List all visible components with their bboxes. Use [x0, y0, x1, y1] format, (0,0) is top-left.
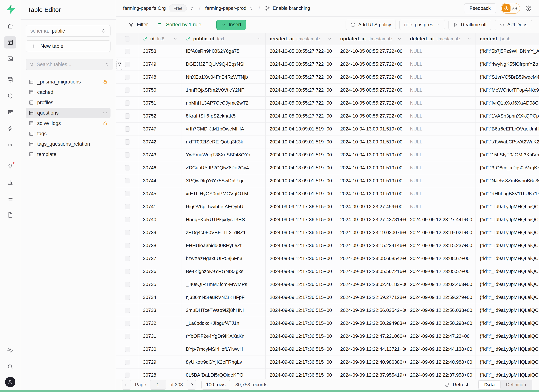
rail-item-api-docs[interactable]	[4, 209, 16, 221]
cell-content[interactable]: {"id":"5b7j5Pz9WHBNmY_A	[476, 45, 539, 57]
row-checkbox[interactable]	[125, 126, 130, 132]
insert-button[interactable]: Insert	[216, 20, 246, 30]
cell-content[interactable]: {"id":"_Id9aLyJpMHQLaiQC	[476, 343, 539, 356]
table-row[interactable]: 30741 RiqOV6p_5wihLeIAEQyhU 2024-09-09 1…	[116, 200, 539, 213]
cell-deleted-at[interactable]: 2024-09-09 12:22:50.298+00	[406, 317, 476, 330]
cell-created-at[interactable]: 2024-10-04 13:09:01.519+00	[266, 174, 336, 187]
cell-public-id[interactable]: 8KraI-tSI-6-pSZcknaK5	[182, 110, 266, 122]
cell-deleted-at[interactable]: 2024-09-09 12:22:37.958+00	[406, 369, 476, 379]
api-docs-button[interactable]: API Docs	[495, 20, 532, 30]
rail-item-realtime[interactable]	[4, 139, 16, 151]
table-row[interactable]: 30750 1hnRQjxSRm2V0VticY2NF 2024-10-05 0…	[116, 84, 539, 97]
cell-content[interactable]: {"id":"NJe5s8ZmBwnoB6e3s	[476, 174, 539, 187]
table-row[interactable]: 30736 Be4KignzoK9YRGNI3Zgks 2024-09-09 1…	[116, 265, 539, 278]
cell-deleted-at[interactable]: 2024-09-09 12:23:15.237+00	[406, 239, 476, 252]
cell-updated-at[interactable]: 2024-09-09 12:22:44.13721+00	[336, 343, 406, 356]
notifications-button[interactable]	[501, 3, 520, 14]
cell-created-at[interactable]: 2024-09-09 12:17:36.515+00	[266, 343, 336, 356]
cell-updated-at[interactable]: 2024-09-09 12:23:08.668542+00	[336, 252, 406, 265]
cell-public-id[interactable]: 1hnRQjxSRm2V0VticY2NF	[182, 84, 266, 96]
row-checkbox[interactable]	[125, 87, 130, 93]
sidebar-table-item[interactable]: cached	[26, 87, 111, 97]
cell-deleted-at[interactable]: NULL	[406, 71, 476, 83]
column-header[interactable]: deleted_at timestamptz	[406, 33, 476, 45]
cell-deleted-at[interactable]: NULL	[406, 123, 476, 135]
cell-deleted-at[interactable]: NULL	[406, 97, 476, 109]
cell-id[interactable]: 30744	[139, 174, 182, 187]
cell-deleted-at[interactable]: 2024-09-09 12:22:47.22+00	[406, 330, 476, 343]
cell-id[interactable]: 30748	[139, 71, 182, 83]
cell-updated-at[interactable]: 2024-10-05 00:55:27.722+00	[336, 71, 406, 83]
sidebar-table-item[interactable]: solve_logs	[26, 118, 111, 129]
cell-id[interactable]: 30731	[139, 330, 182, 343]
table-row[interactable]: 30732 _La6pddxcKJIbgufATJ1n 2024-09-09 1…	[116, 317, 539, 330]
table-row[interactable]: 30746 ZDCunRYJP2CQ5Z8Po2Gy4 2024-10-04 1…	[116, 161, 539, 174]
cell-id[interactable]: 30749	[139, 58, 182, 71]
row-checkbox[interactable]	[125, 321, 130, 326]
cell-created-at[interactable]: 2024-10-05 00:55:27.722+00	[266, 71, 336, 83]
cell-deleted-at[interactable]: NULL	[406, 84, 476, 96]
cell-public-id[interactable]: DGEJfJZPQUV9Q-IBqsNSi	[182, 58, 266, 71]
column-header[interactable]: content jsonb	[476, 33, 539, 45]
cell-public-id[interactable]: xrETl_HyGY0mPMGVqtOTM	[182, 187, 266, 200]
sidebar-table-item[interactable]: _prisma_migrations	[26, 77, 111, 87]
row-checkbox[interactable]	[125, 269, 130, 274]
table-row[interactable]: 30739 zHDq4c0F0VBF_TL2_dBZ1 2024-09-09 1…	[116, 226, 539, 239]
cell-id[interactable]: 30747	[139, 123, 182, 135]
cell-updated-at[interactable]: 2024-10-04 13:09:01.519+00	[336, 148, 406, 161]
rail-item-edge-functions[interactable]	[4, 123, 16, 135]
cell-updated-at[interactable]: 2024-09-09 12:22:47.221066+00	[336, 330, 406, 343]
cell-id[interactable]: 30741	[139, 200, 182, 213]
cell-public-id[interactable]: ZDCunRYJP2CQ5Z8Po2Gy4	[182, 161, 266, 174]
row-checkbox[interactable]	[125, 347, 130, 352]
cell-id[interactable]: 30729	[139, 356, 182, 368]
cell-id[interactable]: 30728	[139, 369, 182, 379]
table-row[interactable]: 30749 DGEJfJZPQUV9Q-IBqsNSi 2024-10-05 0…	[116, 58, 539, 71]
cell-created-at[interactable]: 2024-09-09 12:17:36.515+00	[266, 369, 336, 379]
cell-content[interactable]: {"id":"_Id9aLyJpMHQLaiQC	[476, 252, 539, 265]
table-row[interactable]: 30729 8yUKotr9qGYjK2eFRhgLv 2024-09-09 1…	[116, 356, 539, 369]
cell-updated-at[interactable]: 2024-09-09 12:22:56.03542+00	[336, 304, 406, 317]
cell-deleted-at[interactable]: 2024-09-09 12:23:05.57+00	[406, 265, 476, 278]
cell-public-id[interactable]: NhXEo1Xw04FnB4RzWTNjb	[182, 71, 266, 83]
chevrons-up-down-icon[interactable]	[189, 6, 194, 11]
page-number-input[interactable]	[150, 380, 166, 390]
cell-updated-at[interactable]: 2024-10-04 13:09:01.519+00	[336, 135, 406, 148]
row-checkbox[interactable]	[125, 100, 130, 106]
row-checkbox[interactable]	[125, 75, 130, 80]
row-checkbox[interactable]	[125, 217, 130, 222]
row-checkbox[interactable]	[125, 308, 130, 313]
row-checkbox[interactable]	[125, 139, 130, 144]
cell-created-at[interactable]: 2024-09-09 12:17:36.515+00	[266, 291, 336, 304]
rail-item-sql-editor[interactable]	[4, 53, 16, 65]
cell-deleted-at[interactable]: 2024-09-09 12:23:08.67+00	[406, 252, 476, 265]
row-checkbox[interactable]	[125, 334, 130, 339]
next-page-button[interactable]	[187, 380, 196, 390]
chevron-down-icon[interactable]	[467, 37, 472, 41]
row-checkbox[interactable]	[125, 230, 130, 235]
chevron-down-icon[interactable]	[173, 37, 178, 41]
cell-content[interactable]: {"id":"_Id9aLyJpMHQLaiQC	[476, 239, 539, 252]
cell-updated-at[interactable]: 2024-09-09 12:23:19.020076+00	[336, 226, 406, 239]
column-header[interactable]: id int8	[139, 33, 182, 45]
search-tables-box[interactable]	[26, 59, 113, 70]
cell-id[interactable]: 30752	[139, 110, 182, 122]
sidebar-table-item[interactable]: profiles	[26, 97, 111, 108]
cell-public-id[interactable]: zHDq4c0F0VBF_TL2_dBZ1	[182, 226, 266, 239]
cell-deleted-at[interactable]: NULL	[406, 148, 476, 161]
cell-deleted-at[interactable]: NULL	[406, 174, 476, 187]
column-header[interactable]: created_at timestamptz	[266, 33, 336, 45]
row-checkbox[interactable]	[125, 62, 130, 67]
table-row[interactable]: 30728 0L5BAfDaLDl5rQOiqeKPO 2024-09-09 1…	[116, 369, 539, 379]
table-row[interactable]: 30738 FHHUioa3bidd00BHyLeZt 2024-09-09 1…	[116, 239, 539, 252]
table-row[interactable]: 30734 nj336mN5reuRVNZrKHFpF 2024-09-09 1…	[116, 291, 539, 304]
cell-content[interactable]: {"id":"_Id9aLyJpMHQLaiQC	[476, 317, 539, 330]
row-checkbox[interactable]	[125, 49, 130, 54]
row-checkbox[interactable]	[125, 243, 130, 248]
table-row[interactable]: 30748 NhXEo1Xw04FnB4RzWTNjb 2024-10-05 0…	[116, 71, 539, 84]
cell-content[interactable]: {"id":"1VASb3phnXXkQPCpw	[476, 110, 539, 122]
cell-updated-at[interactable]: 2024-09-09 12:23:27.459+00	[336, 200, 406, 213]
row-checkbox[interactable]	[125, 256, 130, 261]
cell-deleted-at[interactable]: NULL	[406, 135, 476, 148]
chevrons-up-down-icon[interactable]	[249, 6, 254, 11]
